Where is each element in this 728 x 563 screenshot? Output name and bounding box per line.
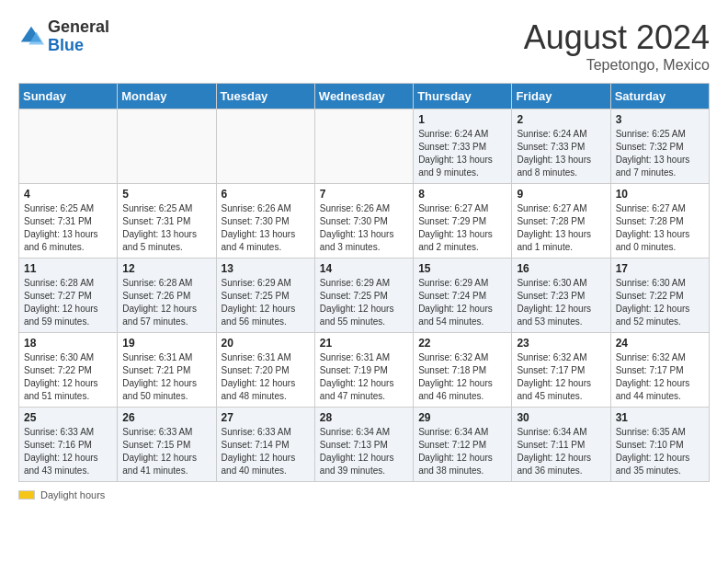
day-info: Sunrise: 6:24 AM Sunset: 7:33 PM Dayligh… bbox=[418, 128, 506, 179]
calendar-day-cell: 16Sunrise: 6:30 AM Sunset: 7:23 PM Dayli… bbox=[512, 259, 610, 333]
calendar-day-cell: 1Sunrise: 6:24 AM Sunset: 7:33 PM Daylig… bbox=[414, 109, 512, 184]
calendar-day-header: Wednesday bbox=[314, 84, 413, 109]
calendar-table: SundayMondayTuesdayWednesdayThursdayFrid… bbox=[18, 83, 710, 482]
day-info: Sunrise: 6:31 AM Sunset: 7:19 PM Dayligh… bbox=[320, 351, 408, 403]
calendar-day-cell: 21Sunrise: 6:31 AM Sunset: 7:19 PM Dayli… bbox=[314, 333, 413, 408]
calendar-day-cell: 17Sunrise: 6:30 AM Sunset: 7:22 PM Dayli… bbox=[610, 259, 709, 333]
calendar-day-cell bbox=[216, 109, 314, 184]
calendar-day-cell: 19Sunrise: 6:31 AM Sunset: 7:21 PM Dayli… bbox=[118, 333, 216, 408]
day-number: 5 bbox=[122, 188, 210, 201]
calendar-day-cell: 4Sunrise: 6:25 AM Sunset: 7:31 PM Daylig… bbox=[19, 184, 118, 259]
day-number: 1 bbox=[418, 113, 506, 126]
day-info: Sunrise: 6:33 AM Sunset: 7:15 PM Dayligh… bbox=[122, 426, 210, 477]
title-block: August 2024 Tepetongo, Mexico bbox=[524, 18, 710, 74]
calendar-header-row: SundayMondayTuesdayWednesdayThursdayFrid… bbox=[19, 84, 710, 109]
day-number: 25 bbox=[24, 411, 112, 424]
calendar-day-cell: 14Sunrise: 6:29 AM Sunset: 7:25 PM Dayli… bbox=[314, 259, 413, 333]
calendar-day-cell: 25Sunrise: 6:33 AM Sunset: 7:16 PM Dayli… bbox=[19, 408, 118, 482]
day-info: Sunrise: 6:33 AM Sunset: 7:16 PM Dayligh… bbox=[24, 426, 112, 477]
calendar-day-cell: 24Sunrise: 6:32 AM Sunset: 7:17 PM Dayli… bbox=[610, 333, 709, 408]
day-info: Sunrise: 6:27 AM Sunset: 7:29 PM Dayligh… bbox=[418, 202, 506, 254]
calendar-day-header: Monday bbox=[118, 84, 216, 109]
calendar-day-cell: 20Sunrise: 6:31 AM Sunset: 7:20 PM Dayli… bbox=[216, 333, 314, 408]
calendar-week-row: 11Sunrise: 6:28 AM Sunset: 7:27 PM Dayli… bbox=[19, 259, 710, 333]
calendar-day-cell bbox=[314, 109, 413, 184]
day-info: Sunrise: 6:25 AM Sunset: 7:31 PM Dayligh… bbox=[24, 202, 112, 254]
calendar-day-cell: 6Sunrise: 6:26 AM Sunset: 7:30 PM Daylig… bbox=[216, 184, 314, 259]
day-info: Sunrise: 6:25 AM Sunset: 7:31 PM Dayligh… bbox=[122, 202, 210, 254]
day-number: 29 bbox=[418, 411, 506, 424]
calendar-week-row: 4Sunrise: 6:25 AM Sunset: 7:31 PM Daylig… bbox=[19, 184, 710, 259]
calendar-day-cell: 23Sunrise: 6:32 AM Sunset: 7:17 PM Dayli… bbox=[512, 333, 610, 408]
day-info: Sunrise: 6:31 AM Sunset: 7:20 PM Dayligh… bbox=[222, 351, 310, 403]
day-number: 12 bbox=[122, 262, 210, 275]
day-number: 14 bbox=[320, 262, 408, 275]
location-subtitle: Tepetongo, Mexico bbox=[524, 57, 710, 74]
day-number: 27 bbox=[222, 411, 310, 424]
logo: General Blue bbox=[18, 18, 109, 55]
calendar-day-cell: 27Sunrise: 6:33 AM Sunset: 7:14 PM Dayli… bbox=[216, 408, 314, 482]
day-info: Sunrise: 6:32 AM Sunset: 7:17 PM Dayligh… bbox=[616, 351, 704, 403]
day-info: Sunrise: 6:26 AM Sunset: 7:30 PM Dayligh… bbox=[320, 202, 408, 254]
daylight-label: Daylight hours bbox=[40, 489, 105, 500]
calendar-day-header: Sunday bbox=[19, 84, 118, 109]
calendar-day-cell: 3Sunrise: 6:25 AM Sunset: 7:32 PM Daylig… bbox=[610, 109, 709, 184]
calendar-week-row: 1Sunrise: 6:24 AM Sunset: 7:33 PM Daylig… bbox=[19, 109, 710, 184]
day-info: Sunrise: 6:29 AM Sunset: 7:25 PM Dayligh… bbox=[222, 277, 310, 328]
day-number: 23 bbox=[517, 337, 605, 350]
daylight-bar-icon bbox=[18, 490, 35, 500]
logo-icon bbox=[18, 24, 44, 50]
day-number: 18 bbox=[24, 337, 112, 350]
day-number: 7 bbox=[320, 188, 408, 201]
day-number: 17 bbox=[616, 262, 704, 275]
month-title: August 2024 bbox=[524, 18, 710, 57]
day-number: 21 bbox=[320, 337, 408, 350]
calendar-day-cell: 29Sunrise: 6:34 AM Sunset: 7:12 PM Dayli… bbox=[414, 408, 512, 482]
day-info: Sunrise: 6:26 AM Sunset: 7:30 PM Dayligh… bbox=[222, 202, 310, 254]
logo-general-text: General bbox=[48, 17, 109, 36]
day-info: Sunrise: 6:30 AM Sunset: 7:22 PM Dayligh… bbox=[24, 351, 112, 403]
day-info: Sunrise: 6:35 AM Sunset: 7:10 PM Dayligh… bbox=[616, 426, 704, 477]
calendar-day-cell: 31Sunrise: 6:35 AM Sunset: 7:10 PM Dayli… bbox=[610, 408, 709, 482]
logo-blue-text: Blue bbox=[48, 36, 84, 54]
calendar-day-header: Friday bbox=[512, 84, 610, 109]
calendar-day-cell: 10Sunrise: 6:27 AM Sunset: 7:28 PM Dayli… bbox=[610, 184, 709, 259]
calendar-day-header: Thursday bbox=[414, 84, 512, 109]
calendar-day-cell: 7Sunrise: 6:26 AM Sunset: 7:30 PM Daylig… bbox=[314, 184, 413, 259]
calendar-day-cell: 11Sunrise: 6:28 AM Sunset: 7:27 PM Dayli… bbox=[19, 259, 118, 333]
day-info: Sunrise: 6:28 AM Sunset: 7:26 PM Dayligh… bbox=[122, 277, 210, 328]
day-number: 2 bbox=[517, 113, 605, 126]
day-number: 6 bbox=[222, 188, 310, 201]
day-number: 10 bbox=[616, 188, 704, 201]
day-number: 13 bbox=[222, 262, 310, 275]
day-info: Sunrise: 6:29 AM Sunset: 7:24 PM Dayligh… bbox=[418, 277, 506, 328]
day-number: 15 bbox=[418, 262, 506, 275]
calendar-day-cell: 18Sunrise: 6:30 AM Sunset: 7:22 PM Dayli… bbox=[19, 333, 118, 408]
calendar-day-header: Saturday bbox=[610, 84, 709, 109]
day-number: 9 bbox=[517, 188, 605, 201]
calendar-day-cell: 8Sunrise: 6:27 AM Sunset: 7:29 PM Daylig… bbox=[414, 184, 512, 259]
day-info: Sunrise: 6:30 AM Sunset: 7:23 PM Dayligh… bbox=[517, 277, 605, 328]
calendar-day-cell: 12Sunrise: 6:28 AM Sunset: 7:26 PM Dayli… bbox=[118, 259, 216, 333]
calendar-day-cell: 5Sunrise: 6:25 AM Sunset: 7:31 PM Daylig… bbox=[118, 184, 216, 259]
day-number: 19 bbox=[122, 337, 210, 350]
calendar-day-cell bbox=[118, 109, 216, 184]
calendar-footer: Daylight hours bbox=[18, 489, 710, 500]
day-info: Sunrise: 6:29 AM Sunset: 7:25 PM Dayligh… bbox=[320, 277, 408, 328]
day-info: Sunrise: 6:32 AM Sunset: 7:18 PM Dayligh… bbox=[418, 351, 506, 403]
day-info: Sunrise: 6:33 AM Sunset: 7:14 PM Dayligh… bbox=[222, 426, 310, 477]
day-number: 8 bbox=[418, 188, 506, 201]
calendar-day-cell: 28Sunrise: 6:34 AM Sunset: 7:13 PM Dayli… bbox=[314, 408, 413, 482]
page-header: General Blue August 2024 Tepetongo, Mexi… bbox=[18, 18, 710, 74]
day-number: 22 bbox=[418, 337, 506, 350]
calendar-day-cell: 9Sunrise: 6:27 AM Sunset: 7:28 PM Daylig… bbox=[512, 184, 610, 259]
day-number: 30 bbox=[517, 411, 605, 424]
day-info: Sunrise: 6:28 AM Sunset: 7:27 PM Dayligh… bbox=[24, 277, 112, 328]
day-info: Sunrise: 6:31 AM Sunset: 7:21 PM Dayligh… bbox=[122, 351, 210, 403]
calendar-day-cell: 15Sunrise: 6:29 AM Sunset: 7:24 PM Dayli… bbox=[414, 259, 512, 333]
day-info: Sunrise: 6:25 AM Sunset: 7:32 PM Dayligh… bbox=[616, 128, 704, 179]
calendar-day-cell bbox=[19, 109, 118, 184]
day-info: Sunrise: 6:30 AM Sunset: 7:22 PM Dayligh… bbox=[616, 277, 704, 328]
day-info: Sunrise: 6:27 AM Sunset: 7:28 PM Dayligh… bbox=[616, 202, 704, 254]
day-number: 4 bbox=[24, 188, 112, 201]
